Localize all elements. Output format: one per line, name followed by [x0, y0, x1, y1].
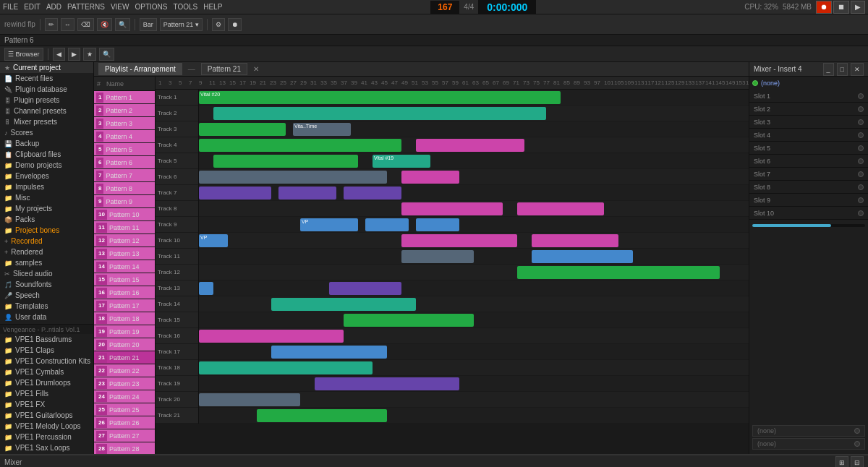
pattern-item-11[interactable]: 12Pattern 12 [94, 234, 155, 247]
track-block-20-0[interactable] [257, 409, 387, 422]
sidebar-item-7[interactable]: 💾Backup [0, 138, 93, 149]
sidebar-item-26[interactable]: 📁VPE1 Claps [0, 345, 93, 356]
sidebar-item-34[interactable]: 📁VPE1 Percussion [0, 432, 93, 442]
sidebar-item-32[interactable]: 📁VPE1 Guitarloops [0, 410, 93, 421]
track-block-3-1[interactable] [416, 139, 524, 152]
browser-fav[interactable]: ★ [83, 48, 96, 61]
pattern-item-1[interactable]: 2Pattern 2 [94, 104, 155, 117]
track-block-6-0[interactable] [199, 187, 271, 200]
track-row-10[interactable] [199, 249, 749, 265]
sidebar-item-8[interactable]: 📋Clipboard files [0, 149, 93, 160]
pattern-item-18[interactable]: 19Pattern 19 [94, 325, 155, 338]
track-block-13-0[interactable] [271, 298, 416, 311]
browser-toggle[interactable]: ☰ Browser [4, 48, 43, 61]
sidebar-item-17[interactable]: +Rendered [0, 247, 93, 257]
pattern-item-14[interactable]: 15Pattern 15 [94, 273, 155, 286]
track-label-4[interactable]: Track 5 [156, 153, 198, 169]
track-block-7-1[interactable] [517, 202, 604, 215]
track-label-3[interactable]: Track 4 [156, 137, 198, 153]
sidebar-item-1[interactable]: 📄Recent files [0, 73, 93, 84]
track-label-11[interactable]: Track 12 [156, 265, 198, 280]
record-btn-2[interactable]: ⏺ [228, 18, 242, 31]
pattern-item-7[interactable]: 8Pattern 8 [94, 182, 155, 195]
track-row-0[interactable]: Vital #20 [199, 90, 749, 106]
mixer-slot-6[interactable]: Slot 7 [749, 168, 868, 181]
track-block-11-0[interactable] [517, 266, 720, 279]
track-row-16[interactable] [199, 344, 749, 360]
mixer-min[interactable]: _ [823, 63, 834, 76]
sidebar-item-5[interactable]: 🎚Mixer presets [0, 116, 93, 127]
track-block-6-2[interactable] [344, 187, 401, 200]
track-row-4[interactable]: Vital #19 [199, 153, 749, 169]
track-block-19-0[interactable] [199, 393, 300, 406]
pattern-item-3[interactable]: 4Pattern 4 [94, 130, 155, 143]
track-block-12-1[interactable] [329, 282, 401, 295]
sidebar-item-0[interactable]: ★Current project [0, 62, 93, 73]
menu-view[interactable]: VIEW [111, 3, 129, 11]
pattern-item-15[interactable]: 16Pattern 16 [94, 286, 155, 299]
track-block-18-0[interactable] [315, 377, 459, 390]
mixer-slot-5[interactable]: Slot 6 [749, 155, 868, 168]
tool-zoom[interactable]: 🔍 [115, 18, 130, 31]
sidebar-item-31[interactable]: 📁VPE1 FX [0, 399, 93, 410]
track-block-4-0[interactable] [213, 155, 358, 168]
track-block-8-0[interactable]: VP [300, 218, 358, 231]
sidebar-item-16[interactable]: +Recorded [0, 236, 93, 247]
track-label-17[interactable]: Track 18 [156, 360, 198, 376]
mixer-slot-9[interactable]: Slot 10 [749, 207, 868, 220]
mixer-max[interactable]: □ [837, 63, 848, 76]
track-label-15[interactable]: Track 16 [156, 328, 198, 344]
track-block-0-0[interactable]: Vital #20 [199, 91, 561, 104]
track-label-8[interactable]: Track 9 [156, 217, 198, 233]
sidebar-item-9[interactable]: 📁Demo projects [0, 160, 93, 171]
tracks-container[interactable]: Track 1Track 2Track 3Track 4Track 5Track… [156, 90, 749, 454]
track-label-12[interactable]: Track 13 [156, 280, 198, 296]
track-label-20[interactable]: Track 21 [156, 408, 198, 424]
tab-pattern[interactable]: Pattern 21 [201, 63, 247, 75]
pattern-item-20[interactable]: 21Pattern 21 [94, 351, 155, 364]
tool-select[interactable]: ↔ [61, 18, 75, 31]
track-row-1[interactable] [199, 106, 749, 121]
sidebar-item-21[interactable]: 🎤Speech [0, 290, 93, 301]
sidebar-item-14[interactable]: 📦Packs [0, 214, 93, 225]
mixer-strips-btn1[interactable]: ⊞ [835, 456, 848, 468]
sidebar-item-19[interactable]: ✂Sliced audio [0, 268, 93, 279]
track-block-15-0[interactable] [199, 330, 344, 343]
pattern-item-23[interactable]: 24Pattern 24 [94, 390, 155, 403]
tool-delete[interactable]: ⌫ [77, 18, 94, 31]
track-label-13[interactable]: Track 14 [156, 296, 198, 312]
track-row-17[interactable] [199, 360, 749, 376]
menu-add[interactable]: ADD [46, 3, 61, 11]
sidebar-item-30[interactable]: 📁VPE1 Fills [0, 388, 93, 399]
track-block-10-1[interactable] [532, 250, 633, 263]
menu-tools[interactable]: TOOLS [173, 3, 197, 11]
track-row-8[interactable]: VP [199, 217, 749, 233]
track-block-16-0[interactable] [271, 346, 387, 359]
pattern-item-8[interactable]: 9Pattern 9 [94, 195, 155, 208]
pattern-selector[interactable]: Pattern 21 ▾ [160, 18, 203, 31]
sidebar-item-13[interactable]: 📁My projects [0, 203, 93, 214]
sidebar-item-3[interactable]: 🎛Plugin presets [0, 95, 93, 106]
pattern-item-2[interactable]: 3Pattern 3 [94, 117, 155, 130]
track-row-18[interactable] [199, 376, 749, 392]
pattern-item-5[interactable]: 6Pattern 6 [94, 156, 155, 169]
track-block-8-2[interactable] [416, 218, 459, 231]
track-row-3[interactable] [199, 137, 749, 153]
pattern-item-13[interactable]: 14Pattern 14 [94, 260, 155, 273]
quantize-btn[interactable]: ⚙ [212, 18, 225, 31]
pattern-item-26[interactable]: 27Pattern 27 [94, 429, 155, 442]
sidebar-item-6[interactable]: ♪Scores [0, 127, 93, 138]
pattern-item-12[interactable]: 13Pattern 13 [94, 247, 155, 260]
track-block-12-0[interactable] [199, 282, 213, 295]
track-block-6-1[interactable] [278, 187, 336, 200]
track-row-15[interactable] [199, 328, 749, 344]
track-block-2-0[interactable] [199, 123, 286, 136]
track-block-14-0[interactable] [344, 314, 474, 327]
track-row-13[interactable] [199, 296, 749, 312]
menu-edit[interactable]: EDIT [24, 3, 41, 11]
track-row-7[interactable] [199, 201, 749, 217]
browser-back[interactable]: ◀ [53, 48, 65, 61]
pattern-item-17[interactable]: 18Pattern 18 [94, 312, 155, 325]
sidebar-item-33[interactable]: 📁VPE1 Melody Loops [0, 421, 93, 432]
sidebar-item-28[interactable]: 📁VPE1 Cymbals [0, 367, 93, 377]
